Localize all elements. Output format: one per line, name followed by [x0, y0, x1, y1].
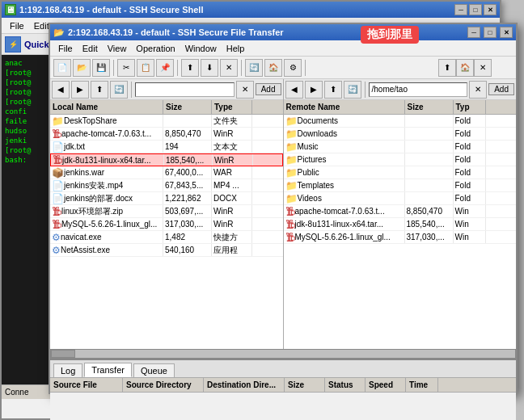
col-size[interactable]: Size: [285, 378, 325, 392]
col-source-dir[interactable]: Source Directory: [123, 378, 204, 392]
tb-copy[interactable]: 📋: [137, 59, 154, 77]
file-type-cell: WAR: [212, 166, 252, 178]
list-item[interactable]: 🗜 apache-tomcat-7.0.63.t... 8,850,470 Wi…: [284, 205, 517, 218]
toolbar-separator-1: [113, 60, 114, 76]
scrollbar-thumb[interactable]: [51, 350, 75, 358]
tb-r-up[interactable]: ⬆: [438, 59, 456, 77]
remote-sep: [365, 82, 366, 98]
list-item[interactable]: 📁 Public Fold: [284, 166, 517, 179]
remote-col-name[interactable]: Remote Name: [284, 100, 405, 114]
menu-file[interactable]: File: [5, 19, 29, 32]
local-add-button[interactable]: Add: [256, 83, 281, 95]
list-item[interactable]: 📁 DeskTopShare 文件夹: [50, 115, 283, 128]
list-item[interactable]: 🗜 linux环境部署.zip 503,697,... WinR: [50, 205, 283, 218]
tab-transfer[interactable]: Transfer: [84, 363, 132, 377]
list-item[interactable]: 📁 Downloads Fold: [284, 128, 517, 141]
ft-minimize-button[interactable]: ─: [467, 27, 480, 38]
tb-delete[interactable]: ✕: [220, 59, 238, 77]
minimize-button[interactable]: ─: [454, 4, 467, 15]
list-item[interactable]: 📁 Music Fold: [284, 141, 517, 153]
ft-menu-file[interactable]: File: [53, 42, 78, 55]
local-col-size[interactable]: Size: [163, 100, 212, 114]
file-name-cell: 🗜 apache-tomcat-7.0.63.t...: [50, 128, 163, 140]
col-source-file[interactable]: Source File: [50, 378, 123, 392]
file-transfer-window: 📂 2:192.168.43.19 - default - SSH Secure…: [49, 23, 518, 394]
col-time[interactable]: Time: [406, 378, 438, 392]
terminal-line: confi: [5, 107, 32, 116]
local-back-btn[interactable]: ◀: [52, 81, 70, 99]
list-item[interactable]: 🗜 jdk-8u131-linux-x64.tar... 185,540,...…: [50, 153, 283, 166]
file-name-cell: 🗜 jdk-8u131-linux-x64.tar...: [284, 218, 405, 230]
list-item[interactable]: 📁 Pictures Fold: [284, 153, 517, 166]
list-item[interactable]: 📄 jenkins的部署.docx 1,221,862 DOCX: [50, 192, 283, 205]
tb-paste[interactable]: 📌: [156, 59, 174, 77]
ft-maximize-button[interactable]: □: [484, 27, 497, 38]
file-type-cell: Fold: [454, 128, 486, 140]
ft-menu-edit[interactable]: Edit: [78, 42, 103, 55]
list-item[interactable]: 🗜 MySQL-5.6.26-1.linux_gl... 317,030,...…: [284, 231, 517, 244]
tb-r-home[interactable]: 🏠: [456, 59, 474, 77]
tb-new[interactable]: 📄: [53, 59, 71, 77]
file-type-cell: WinR: [212, 128, 252, 140]
tb-up[interactable]: ⬆: [181, 59, 199, 77]
file-name-cell: 📄 jenkins的部署.docx: [50, 192, 163, 204]
local-cancel-btn[interactable]: ✕: [236, 81, 254, 99]
file-size-cell: 67,843,5...: [163, 179, 212, 191]
col-speed[interactable]: Speed: [366, 378, 406, 392]
remote-col-type[interactable]: Typ: [454, 100, 486, 114]
ft-menu-operation[interactable]: Operation: [131, 42, 180, 55]
file-type-cell: 文件夹: [212, 115, 252, 127]
remote-up-btn[interactable]: ⬆: [324, 81, 342, 99]
list-item[interactable]: ⚙ NetAssist.exe 540,160 应用程: [50, 244, 283, 257]
list-item[interactable]: 📦 jenkins.war 67,400,0... WAR: [50, 166, 283, 179]
col-dest-dir[interactable]: Destination Dire...: [204, 378, 285, 392]
tb-open[interactable]: 📂: [73, 59, 91, 77]
annotation-drag-label: 拖到那里: [361, 26, 419, 44]
tb-save[interactable]: 💾: [92, 59, 110, 77]
remote-refresh-btn[interactable]: 🔄: [344, 81, 361, 99]
file-size-cell: [405, 153, 454, 166]
ft-close-button[interactable]: ✕: [500, 27, 513, 38]
local-refresh-btn[interactable]: 🔄: [110, 81, 128, 99]
remote-forward-btn[interactable]: ▶: [305, 81, 323, 99]
ft-menu-help[interactable]: Help: [222, 42, 250, 55]
list-item[interactable]: 🗜 jdk-8u131-linux-x64.tar... 185,540,...…: [284, 218, 517, 231]
local-col-type[interactable]: Type: [212, 100, 252, 114]
col-status[interactable]: Status: [325, 378, 366, 392]
local-up-btn[interactable]: ⬆: [91, 81, 108, 99]
remote-path-input[interactable]: /home/tao: [369, 82, 468, 97]
remote-file-list: 📁 Documents Fold 📁 Downloads Fold 📁 Musi…: [284, 115, 517, 349]
close-button[interactable]: ✕: [484, 4, 497, 15]
list-item[interactable]: 📄 jdk.txt 194 文本文: [50, 141, 283, 153]
quick-connect-icon[interactable]: ⚡: [5, 36, 21, 52]
list-item[interactable]: 📁 Videos Fold: [284, 192, 517, 205]
maximize-button[interactable]: □: [469, 4, 482, 15]
tab-queue[interactable]: Queue: [133, 363, 175, 377]
tab-log[interactable]: Log: [53, 363, 82, 377]
ft-menu-view[interactable]: View: [103, 42, 132, 55]
list-item[interactable]: 🗜 MySQL-5.6.26-1.linux_gl... 317,030,...…: [50, 218, 283, 231]
list-item[interactable]: 📁 Templates Fold: [284, 179, 517, 192]
tb-settings[interactable]: ⚙: [284, 59, 302, 77]
horizontal-scrollbar[interactable]: [50, 349, 516, 359]
remote-add-button[interactable]: Add: [488, 83, 514, 95]
local-path-input[interactable]: [135, 82, 235, 97]
remote-col-size[interactable]: Size: [405, 100, 454, 114]
list-item[interactable]: 📁 Documents Fold: [284, 115, 517, 128]
tb-refresh[interactable]: 🔄: [245, 59, 263, 77]
list-item[interactable]: 📄 jenkins安装.mp4 67,843,5... MP4 ...: [50, 179, 283, 192]
file-size-cell: 317,030,...: [163, 218, 212, 230]
tb-cut[interactable]: ✂: [117, 59, 135, 77]
tb-down[interactable]: ⬇: [201, 59, 218, 77]
list-item[interactable]: 🗜 apache-tomcat-7.0.63.t... 8,850,470 Wi…: [50, 128, 283, 141]
remote-back-btn[interactable]: ◀: [285, 81, 303, 99]
file-name-cell: 🗜 linux环境部署.zip: [50, 205, 163, 217]
list-item[interactable]: ⚙ navicat.exe 1,482 快捷方: [50, 231, 283, 244]
ft-content-area: ◀ ▶ ⬆ 🔄 ✕ Add Local Name Size Type: [50, 79, 516, 359]
tb-home[interactable]: 🏠: [264, 59, 282, 77]
local-col-name[interactable]: Local Name: [50, 100, 163, 114]
remote-cancel-btn[interactable]: ✕: [469, 81, 487, 99]
tb-r-delete[interactable]: ✕: [474, 59, 492, 77]
local-forward-btn[interactable]: ▶: [71, 81, 89, 99]
ft-menu-window[interactable]: Window: [180, 42, 222, 55]
